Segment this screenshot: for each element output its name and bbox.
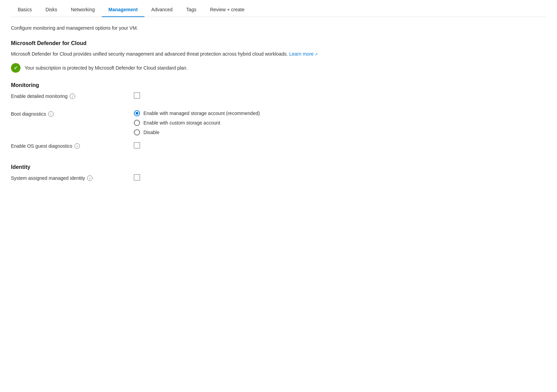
enable-detailed-monitoring-checkbox[interactable] xyxy=(134,92,140,99)
monitoring-section-title: Monitoring xyxy=(11,82,546,88)
enable-os-guest-diagnostics-info-icon[interactable]: i xyxy=(74,143,80,149)
page-container: Basics Disks Networking Management Advan… xyxy=(0,0,557,204)
system-assigned-managed-identity-checkbox[interactable] xyxy=(134,174,140,180)
system-assigned-managed-identity-control xyxy=(134,174,140,180)
protected-banner: Your subscription is protected by Micros… xyxy=(11,63,546,73)
boot-diagnostics-managed-storage-radio[interactable] xyxy=(134,110,140,116)
enable-os-guest-diagnostics-control xyxy=(134,142,140,148)
enable-detailed-monitoring-row: Enable detailed monitoring i xyxy=(11,92,546,103)
defender-section-title: Microsoft Defender for Cloud xyxy=(11,40,546,46)
boot-diagnostics-custom-storage-option[interactable]: Enable with custom storage account xyxy=(134,120,260,126)
enable-os-guest-diagnostics-label: Enable OS guest diagnostics i xyxy=(11,142,134,149)
defender-section: Microsoft Defender for Cloud Microsoft D… xyxy=(11,40,546,73)
tab-networking[interactable]: Networking xyxy=(64,3,101,17)
protected-message: Your subscription is protected by Micros… xyxy=(25,65,187,71)
external-link-icon: ↗ xyxy=(315,52,318,57)
boot-diagnostics-row: Boot diagnostics i Enable with managed s… xyxy=(11,110,546,135)
boot-diagnostics-custom-storage-radio[interactable] xyxy=(134,120,140,126)
check-circle-icon xyxy=(11,63,20,73)
enable-os-guest-diagnostics-row: Enable OS guest diagnostics i xyxy=(11,142,546,153)
enable-os-guest-diagnostics-checkbox[interactable] xyxy=(134,142,140,148)
system-assigned-managed-identity-label: System assigned managed identity i xyxy=(11,174,134,181)
boot-diagnostics-disable-radio[interactable] xyxy=(134,129,140,135)
monitoring-section: Monitoring Enable detailed monitoring i … xyxy=(11,82,546,153)
learn-more-link[interactable]: Learn more↗ xyxy=(289,51,318,57)
identity-section-title: Identity xyxy=(11,164,546,170)
identity-section: Identity System assigned managed identit… xyxy=(11,164,546,185)
tab-disks[interactable]: Disks xyxy=(39,3,64,17)
tab-management[interactable]: Management xyxy=(102,3,145,17)
boot-diagnostics-managed-storage-label: Enable with managed storage account (rec… xyxy=(143,111,260,116)
tab-tags[interactable]: Tags xyxy=(179,3,203,17)
tab-review-create[interactable]: Review + create xyxy=(203,3,251,17)
tab-advanced[interactable]: Advanced xyxy=(144,3,179,17)
boot-diagnostics-disable-option[interactable]: Disable xyxy=(134,129,260,135)
page-subtitle: Configure monitoring and management opti… xyxy=(11,25,546,31)
tab-basics[interactable]: Basics xyxy=(11,3,39,17)
boot-diagnostics-label: Boot diagnostics i xyxy=(11,110,134,117)
defender-description: Microsoft Defender for Cloud provides un… xyxy=(11,50,546,58)
system-assigned-managed-identity-info-icon[interactable]: i xyxy=(87,175,93,181)
boot-diagnostics-managed-storage-option[interactable]: Enable with managed storage account (rec… xyxy=(134,110,260,116)
boot-diagnostics-disable-label: Disable xyxy=(143,130,159,135)
content-area: Configure monitoring and management opti… xyxy=(11,17,546,204)
system-assigned-managed-identity-row: System assigned managed identity i xyxy=(11,174,546,185)
enable-detailed-monitoring-info-icon[interactable]: i xyxy=(70,93,75,99)
boot-diagnostics-options: Enable with managed storage account (rec… xyxy=(134,110,260,135)
boot-diagnostics-info-icon[interactable]: i xyxy=(48,111,54,117)
tabs-navigation: Basics Disks Networking Management Advan… xyxy=(11,0,546,17)
boot-diagnostics-custom-storage-label: Enable with custom storage account xyxy=(143,120,220,126)
enable-detailed-monitoring-label: Enable detailed monitoring i xyxy=(11,92,134,99)
enable-detailed-monitoring-control xyxy=(134,92,140,99)
